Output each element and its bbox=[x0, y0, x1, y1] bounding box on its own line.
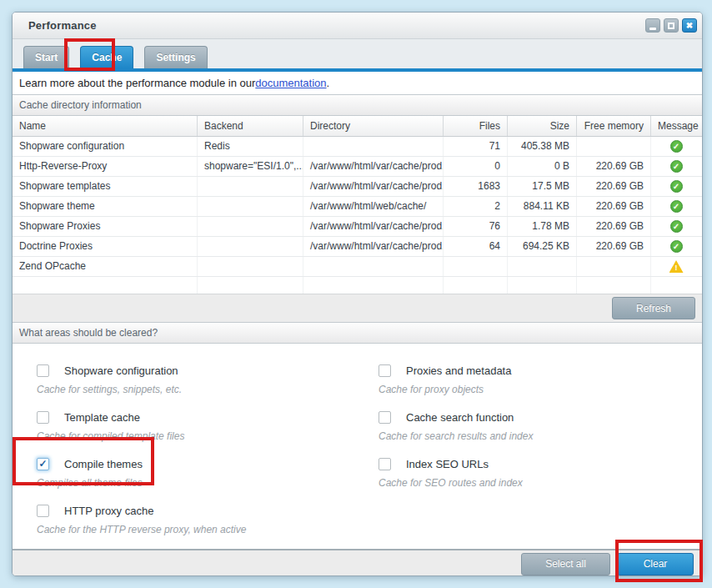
close-button[interactable]: ✖ bbox=[682, 18, 697, 33]
table-row[interactable]: Shopware templates /var/www/html/var/cac… bbox=[13, 177, 702, 197]
maximize-button[interactable] bbox=[664, 18, 679, 33]
minimize-icon bbox=[649, 28, 656, 30]
cell-message: ✓ bbox=[651, 237, 701, 256]
cache-area-option-shopware-configuration: Shopware configuration Cache for setting… bbox=[37, 362, 379, 395]
cell-name: Shopware Proxies bbox=[13, 217, 198, 236]
cell-size: 405.38 MB bbox=[508, 137, 577, 156]
cell-directory bbox=[303, 137, 444, 156]
cache-area-option-compile-themes: ✓ Compile themes Compiles all theme file… bbox=[37, 455, 379, 489]
grid-toolbar: Refresh bbox=[13, 294, 702, 322]
cell-directory bbox=[303, 257, 444, 276]
clear-options-panel: Shopware configuration Cache for setting… bbox=[13, 344, 702, 549]
cell-message: ! bbox=[651, 257, 701, 276]
table-body: Shopware configuration Redis 71 405.38 M… bbox=[13, 137, 702, 277]
cell-directory: /var/www/html/var/cache/prod... bbox=[303, 177, 444, 196]
cell-files: 1683 bbox=[444, 177, 508, 196]
column-header-size[interactable]: Size bbox=[508, 116, 577, 136]
cell-files: 76 bbox=[444, 217, 508, 236]
cell-message: ✓ bbox=[651, 197, 701, 216]
cell-name: Zend OPcache bbox=[13, 257, 198, 276]
footer-toolbar: Select all Clear bbox=[13, 549, 702, 576]
column-header-directory[interactable]: Directory bbox=[303, 116, 444, 136]
select-all-button[interactable]: Select all bbox=[521, 553, 610, 575]
clear-section-header: What areas should be cleared? bbox=[13, 322, 702, 344]
checkbox-http-proxy-cache[interactable] bbox=[37, 505, 49, 517]
column-header-free-memory[interactable]: Free memory bbox=[577, 116, 651, 136]
cell-message: ✓ bbox=[651, 137, 701, 156]
table-row[interactable]: Http-Reverse-Proxy shopware="ESI/1.0",..… bbox=[13, 157, 702, 177]
cell-files: 0 bbox=[444, 157, 508, 176]
window-titlebar[interactable]: Performance ✖ bbox=[13, 13, 702, 39]
checkbox-cache-search-function[interactable] bbox=[379, 411, 391, 424]
cell-free-memory: 220.69 GB bbox=[577, 177, 651, 196]
cell-size bbox=[508, 257, 577, 276]
maximize-icon bbox=[668, 23, 674, 29]
clear-button[interactable]: Clear bbox=[617, 553, 694, 575]
cell-directory: /var/www/html/var/cache/prod... bbox=[303, 217, 444, 236]
table-row[interactable]: Shopware theme /var/www/html/web/cache/ … bbox=[13, 197, 702, 217]
checkbox-shopware-configuration[interactable] bbox=[37, 364, 49, 377]
cell-directory: /var/www/html/web/cache/ bbox=[303, 197, 444, 216]
cell-message: ✓ bbox=[651, 217, 701, 236]
cell-free-memory: 220.69 GB bbox=[577, 237, 651, 256]
cell-name: Doctrine Proxies bbox=[13, 237, 198, 256]
cache-area-option-template-cache: Template cache Cache for compiled templa… bbox=[37, 409, 379, 442]
cell-free-memory: 220.69 GB bbox=[577, 197, 651, 216]
table-row[interactable]: Doctrine Proxies /var/www/html/var/cache… bbox=[13, 237, 702, 257]
clear-section-title: What areas should be cleared? bbox=[19, 327, 158, 339]
cell-size: 17.5 MB bbox=[508, 177, 577, 196]
cell-files bbox=[444, 257, 508, 276]
cell-backend: Redis bbox=[198, 137, 303, 156]
column-header-files[interactable]: Files bbox=[444, 116, 508, 136]
cell-size: 884.11 KB bbox=[508, 197, 577, 216]
column-header-name[interactable]: Name bbox=[13, 116, 198, 136]
status-warning-icon: ! bbox=[669, 260, 684, 273]
cell-backend bbox=[198, 197, 303, 216]
cell-files: 71 bbox=[444, 137, 508, 156]
status-ok-icon: ✓ bbox=[670, 180, 683, 193]
cell-backend bbox=[198, 237, 303, 256]
status-ok-icon: ✓ bbox=[670, 220, 683, 233]
grid-empty-area bbox=[13, 277, 702, 294]
cell-directory: /var/www/html/var/cache/prod... bbox=[303, 237, 444, 256]
table-row[interactable]: Zend OPcache ! bbox=[13, 257, 702, 277]
column-header-backend[interactable]: Backend bbox=[198, 116, 303, 136]
tab-settings[interactable]: Settings bbox=[144, 46, 207, 68]
cache-area-option-cache-search-function: Cache search function Cache for search r… bbox=[379, 409, 702, 442]
info-text-before: Learn more about the performance module … bbox=[19, 77, 255, 89]
cache-area-option-http-proxy-cache: HTTP proxy cache Cache for the HTTP reve… bbox=[37, 502, 379, 535]
grid-header: Name Backend Directory Files Size Free m… bbox=[13, 116, 702, 137]
cell-message: ✓ bbox=[651, 177, 701, 196]
performance-window: Performance ✖ Start Cache Settings Learn… bbox=[12, 12, 703, 576]
cell-free-memory bbox=[577, 137, 651, 156]
cell-name: Shopware configuration bbox=[13, 137, 198, 156]
cell-size: 694.25 KB bbox=[508, 237, 577, 256]
cell-free-memory: 220.69 GB bbox=[577, 217, 651, 236]
column-header-message[interactable]: Message bbox=[651, 116, 701, 136]
cell-backend bbox=[198, 217, 303, 236]
status-ok-icon: ✓ bbox=[670, 140, 683, 153]
checkbox-template-cache[interactable] bbox=[37, 411, 49, 424]
minimize-button[interactable] bbox=[645, 18, 660, 33]
tab-cache[interactable]: Cache bbox=[80, 46, 133, 68]
documentation-link[interactable]: documentation bbox=[255, 77, 326, 89]
cache-area-option-index-seo-urls: Index SEO URLs Cache for SEO routes and … bbox=[379, 455, 702, 489]
status-ok-icon: ✓ bbox=[670, 240, 683, 253]
table-row[interactable]: Shopware configuration Redis 71 405.38 M… bbox=[13, 137, 702, 157]
table-row[interactable]: Shopware Proxies /var/www/html/var/cache… bbox=[13, 217, 702, 237]
cell-files: 2 bbox=[444, 197, 508, 216]
tab-bar: Start Cache Settings bbox=[13, 39, 702, 68]
info-text-after: . bbox=[327, 77, 330, 89]
checkbox-proxies-and-metadata[interactable] bbox=[379, 364, 391, 377]
tab-start[interactable]: Start bbox=[23, 46, 69, 68]
cell-free-memory: 220.69 GB bbox=[577, 157, 651, 176]
cell-files: 64 bbox=[444, 237, 508, 256]
checkbox-compile-themes[interactable]: ✓ bbox=[37, 458, 49, 470]
cell-name: Shopware theme bbox=[13, 197, 198, 216]
cache-area-option-proxies-and-metadata: Proxies and metadata Cache for proxy obj… bbox=[379, 362, 702, 395]
cell-directory: /var/www/html/var/cache/prod... bbox=[303, 157, 444, 176]
refresh-button[interactable]: Refresh bbox=[612, 297, 695, 319]
checkbox-index-seo-urls[interactable] bbox=[379, 458, 391, 470]
cell-name: Shopware templates bbox=[13, 177, 198, 196]
close-icon: ✖ bbox=[686, 22, 693, 30]
